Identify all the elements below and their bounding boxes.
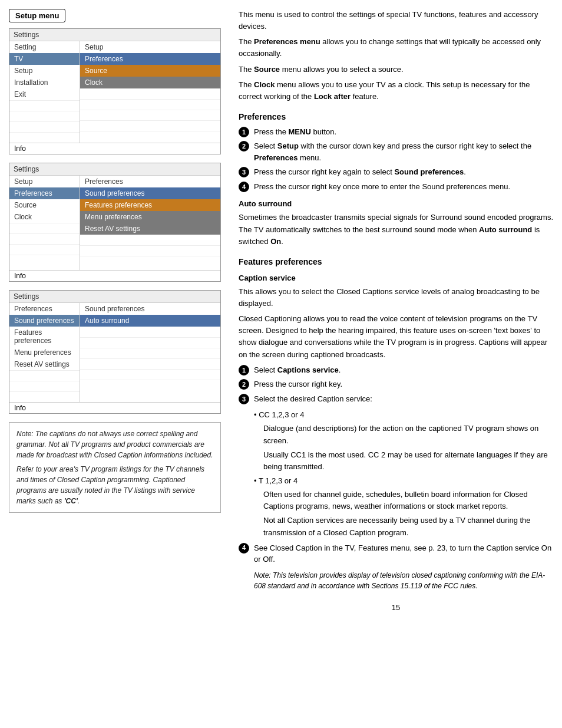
caption-note: Note: This television provides display o…: [254, 570, 553, 591]
step-text-4: Press the cursor right key once more to …: [254, 181, 553, 193]
note-box: Note: The captions do not always use cor…: [9, 422, 221, 513]
p1-item-setup[interactable]: Setup: [9, 65, 80, 77]
p3-item-menu[interactable]: Menu preferences: [9, 347, 80, 358]
panel1-right-menu: Setup Preferences Source Clock: [80, 41, 220, 143]
features-heading: Features preferences: [239, 257, 553, 266]
step-4: 4 Press the cursor right key once more t…: [239, 181, 553, 193]
step-3: 3 Press the cursor right key again to se…: [239, 166, 553, 178]
step-num-4: 4: [239, 182, 249, 192]
p2-item-preferences[interactable]: Preferences: [9, 187, 80, 199]
left-column: Setup menu Settings Setting TV Setup Ins…: [9, 9, 221, 612]
intro-p1: This menu is used to control the setting…: [239, 9, 553, 32]
p1-right-source[interactable]: Source: [80, 65, 220, 77]
bullet-t-sub2: Not all Caption services are necessarily…: [263, 515, 553, 538]
panel3-right-menu: Sound preferences Auto surround: [80, 303, 220, 402]
p1-right-setup[interactable]: Setup: [80, 41, 220, 53]
p2-item-clock[interactable]: Clock: [9, 211, 80, 223]
caption-heading: Caption service: [239, 274, 553, 282]
p1-right-preferences[interactable]: Preferences: [80, 53, 220, 65]
right-column: This menu is used to control the setting…: [233, 9, 553, 612]
panel1-footer: Info: [9, 143, 220, 154]
panel2-header: Settings: [9, 163, 220, 176]
panel1-left-menu: Setting TV Setup Installation Exit: [9, 41, 80, 143]
settings-panel-1: Settings Setting TV Setup Installation E…: [9, 28, 221, 154]
caption-step-num-4: 4: [239, 543, 249, 554]
p3-item-reset[interactable]: Reset AV settings: [9, 358, 80, 370]
p3-right-auto[interactable]: Auto surround: [80, 315, 220, 327]
intro-p3: The Source menu allows you to select a s…: [239, 64, 553, 75]
p3-item-preferences[interactable]: Preferences: [9, 303, 80, 315]
caption-text-2: Closed Captioning allows you to read the…: [239, 313, 553, 361]
bullet-cc-sub1: Dialogue (and descriptions) for the acti…: [263, 423, 553, 446]
caption-step-num-3: 3: [239, 394, 249, 404]
p3-right-sound[interactable]: Sound preferences: [80, 303, 220, 315]
page-container: Setup menu Settings Setting TV Setup Ins…: [9, 9, 553, 612]
caption-step-num-2: 2: [239, 379, 249, 390]
panel2-footer: Info: [9, 270, 220, 281]
p2-item-source[interactable]: Source: [9, 199, 80, 211]
p1-item-tv[interactable]: TV: [9, 53, 80, 65]
setup-menu-title: Setup menu: [9, 9, 65, 22]
caption-step-text-4: See Closed Caption in the TV, Features m…: [254, 542, 553, 565]
auto-surround-text: Sometimes the broadcaster transmits spec…: [239, 212, 553, 247]
note-text-2: Refer to your area's TV program listings…: [16, 464, 213, 506]
bullet-cc-sub2: Usually CC1 is the most used. CC 2 may b…: [263, 449, 553, 473]
panel2-body: Setup Preferences Source Clock Preferenc…: [9, 176, 220, 270]
p2-right-reset[interactable]: Reset AV settings: [80, 223, 220, 235]
panel3-header: Settings: [9, 291, 220, 303]
bullet-t-sub1: Often used for channel guide, schedules,…: [263, 489, 553, 512]
caption-step-2: 2 Press the cursor right key.: [239, 378, 553, 390]
p2-right-preferences[interactable]: Preferences: [80, 176, 220, 187]
preferences-steps: 1 Press the MENU button. 2 Select Setup …: [239, 126, 553, 193]
step-num-1: 1: [239, 127, 249, 137]
panel2-right-menu: Preferences Sound preferences Features p…: [80, 176, 220, 270]
p2-right-menu[interactable]: Menu preferences: [80, 211, 220, 223]
bullet-cc-label: • CC 1,2,3 or 4: [254, 409, 553, 421]
page-number: 15: [239, 603, 553, 612]
p1-item-setting[interactable]: Setting: [9, 41, 80, 53]
note-text-1: Note: The captions do not always use cor…: [16, 429, 213, 460]
settings-panel-2: Settings Setup Preferences Source Clock …: [9, 163, 221, 282]
panel1-body: Setting TV Setup Installation Exit Setup…: [9, 41, 220, 143]
caption-steps: 1 Select Captions service. 2 Press the c…: [239, 364, 553, 405]
step-text-3: Press the cursor right key again to sele…: [254, 166, 553, 178]
auto-surround-heading: Auto surround: [239, 199, 553, 208]
step-text-1: Press the MENU button.: [254, 126, 553, 138]
p3-item-sound[interactable]: Sound preferences: [9, 315, 80, 327]
step-1: 1 Press the MENU button.: [239, 126, 553, 138]
caption-step-4: 4 See Closed Caption in the TV, Features…: [239, 542, 553, 565]
panel2-left-menu: Setup Preferences Source Clock: [9, 176, 80, 270]
step-2: 2 Select Setup with the cursor down key …: [239, 140, 553, 163]
caption-step-text-1: Select Captions service.: [254, 364, 553, 376]
p2-item-setup[interactable]: Setup: [9, 176, 80, 187]
settings-panel-3: Settings Preferences Sound preferences F…: [9, 290, 221, 414]
panel3-body: Preferences Sound preferences Features p…: [9, 303, 220, 402]
caption-step-1: 1 Select Captions service.: [239, 364, 553, 376]
p2-right-features[interactable]: Features preferences: [80, 199, 220, 211]
caption-step-num-1: 1: [239, 365, 249, 375]
bullet-t-label: • T 1,2,3 or 4: [254, 475, 553, 487]
p3-item-features[interactable]: Features preferences: [9, 327, 80, 347]
intro-p4: The Clock menu allows you to use your TV…: [239, 79, 553, 103]
p1-item-installation[interactable]: Installation: [9, 77, 80, 88]
caption-step4-list: 4 See Closed Caption in the TV, Features…: [239, 542, 553, 565]
intro-p2: The Preferences menu allows you to chang…: [239, 36, 553, 60]
caption-step-text-2: Press the cursor right key.: [254, 378, 553, 390]
step-num-2: 2: [239, 141, 249, 151]
preferences-heading: Preferences: [239, 112, 553, 121]
step-num-3: 3: [239, 167, 249, 177]
panel3-left-menu: Preferences Sound preferences Features p…: [9, 303, 80, 402]
panel3-footer: Info: [9, 402, 220, 413]
p1-right-clock[interactable]: Clock: [80, 77, 220, 88]
caption-text-1: This allows you to select the Closed Cap…: [239, 286, 553, 309]
panel1-header: Settings: [9, 29, 220, 41]
p2-right-sound[interactable]: Sound preferences: [80, 187, 220, 199]
bullets-section: • CC 1,2,3 or 4 Dialogue (and descriptio…: [254, 409, 553, 538]
p1-item-exit[interactable]: Exit: [9, 88, 80, 100]
step-text-2: Select Setup with the cursor down key an…: [254, 140, 553, 163]
caption-step-text-3: Select the desired Caption service:: [254, 393, 553, 405]
caption-step-3: 3 Select the desired Caption service:: [239, 393, 553, 405]
